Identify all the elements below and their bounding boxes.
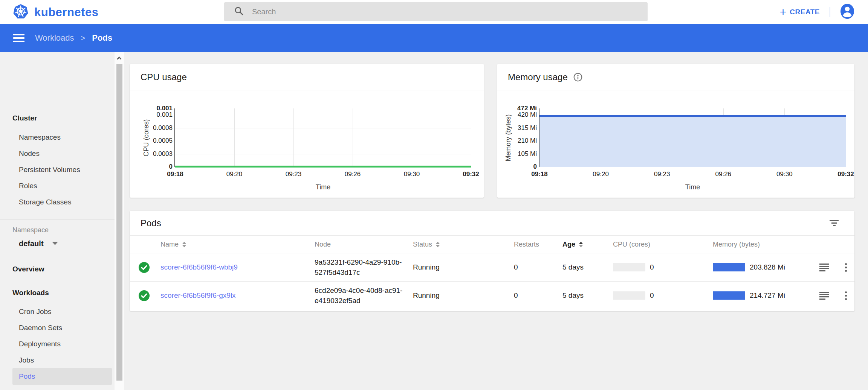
cpu-chart-title: CPU usage [141,72,187,82]
search-bar[interactable] [224,2,648,21]
restarts-cell: 0 [512,263,560,271]
node-cell: 6cd2e09a-4c0e-40d8-ac91-e419032ef5ad [315,285,407,306]
search-input[interactable] [252,8,591,16]
x-tick: 09:20 [593,171,609,178]
x-tick: 09:23 [654,171,670,178]
filter-icon[interactable] [830,220,839,226]
memory-x-axis-title: Time [685,183,700,191]
age-cell: 5 days [560,291,611,300]
kebab-menu-icon[interactable] [844,262,848,273]
plus-icon: + [780,6,787,18]
sidebar-item-replica-sets[interactable]: Replica Sets [19,388,59,390]
memory-usage-card: Memory usage 472 Mi 420 Mi 315 Mi 210 Mi… [497,64,854,198]
pods-card: Pods Name Node Status Restarts Age [130,211,854,311]
y-tick: 105 Mi [518,150,537,158]
column-header-cpu: CPU (cores) [611,241,711,248]
logs-icon[interactable] [819,264,829,271]
user-avatar-icon[interactable] [840,3,854,21]
gridline [353,108,353,167]
x-tick: 09:23 [286,171,302,178]
namespace-underline [18,252,61,252]
sidebar-item-nodes[interactable]: Nodes [19,149,40,158]
scrollbar-thumb[interactable] [116,64,122,381]
cpu-usage-card: CPU usage 0.001 0.001 0.0008 0.0005 0.00… [130,64,484,198]
column-header-age[interactable]: Age [560,241,611,248]
cpu-bar [613,263,645,271]
sidebar-item-jobs[interactable]: Jobs [19,356,34,364]
sidebar-item-pods[interactable]: Pods [19,372,35,381]
sidebar-item-storage-classes[interactable]: Storage Classes [19,198,71,206]
y-tick: 0.0003 [153,150,173,158]
y-tick: 315 Mi [518,124,537,132]
memory-chart-title: Memory usage [508,72,568,82]
status-ok-icon [130,290,158,302]
y-tick: 0.0008 [153,124,173,132]
sidebar-item-daemon-sets[interactable]: Daemon Sets [19,324,62,332]
x-tick: 09:18 [167,171,183,178]
pod-name-link[interactable]: scorer-6f6b56f9f6-wbbj9 [160,263,238,271]
breadcrumb-workloads[interactable]: Workloads [35,33,74,43]
age-cell: 5 days [560,263,611,271]
namespace-select[interactable]: default [19,239,44,248]
memory-bar [713,291,745,300]
memory-chart: 472 Mi 420 Mi 315 Mi 210 Mi 105 Mi 0 09:… [497,90,854,197]
hamburger-menu-icon[interactable] [13,32,24,44]
table-row: scorer-6f6b56f9f6-wbbj9 9a53231f-6290-4a… [130,253,854,281]
cpu-value: 0 [650,291,654,300]
x-tick: 09:32 [463,171,479,178]
create-button-label: CREATE [790,8,820,16]
y-tick: 0.0005 [153,137,173,145]
scrollbar-up-arrow-icon[interactable] [117,56,122,61]
y-tick: 420 Mi [518,111,537,119]
cpu-series-line [175,166,471,168]
sidebar-section-cluster-title[interactable]: Cluster [12,114,37,122]
sidebar: Cluster Namespaces Nodes Persistent Volu… [0,52,115,390]
column-header-memory: Memory (bytes) [711,241,817,248]
sidebar-scrollbar[interactable] [115,52,124,390]
sidebar-section-workloads-title[interactable]: Workloads [12,289,49,297]
chevron-down-icon[interactable] [52,242,58,245]
memory-value: 203.828 Mi [750,263,785,271]
memory-bar [713,263,745,271]
column-header-restarts: Restarts [512,241,560,248]
sidebar-item-namespaces[interactable]: Namespaces [19,133,61,142]
column-header-status[interactable]: Status [411,241,512,248]
kebab-menu-icon[interactable] [844,290,848,302]
brand-title: kubernetes [34,6,98,19]
y-tick: 210 Mi [518,137,537,145]
sidebar-item-deployments[interactable]: Deployments [19,340,61,348]
main-content: CPU usage 0.001 0.001 0.0008 0.0005 0.00… [124,52,868,390]
pod-name-link[interactable]: scorer-6f6b56f9f6-gx9lx [160,291,236,299]
sidebar-item-overview[interactable]: Overview [12,265,44,273]
sidebar-item-roles[interactable]: Roles [19,182,37,190]
header-divider [830,7,830,17]
memory-value: 214.727 Mi [750,291,785,300]
gridline [293,108,294,167]
breadcrumb-current: Pods [92,33,112,43]
pods-table-title: Pods [141,218,161,229]
y-tick: 0 [169,163,173,171]
x-tick: 09:26 [715,171,732,178]
y-tick: 0.001 [156,111,173,119]
cpu-x-axis-title: Time [316,183,330,191]
info-icon[interactable] [573,72,583,82]
create-button[interactable]: + CREATE [780,6,820,18]
x-tick: 09:32 [837,171,854,178]
sidebar-item-persistent-volumes[interactable]: Persistent Volumes [19,166,80,174]
x-tick: 09:30 [404,171,420,178]
kubernetes-logo-icon [12,4,29,21]
x-tick: 09:18 [531,171,547,178]
namespace-label: Namespace [12,226,49,234]
sort-icon [182,242,186,247]
memory-chart-plot: 472 Mi 420 Mi 315 Mi 210 Mi 105 Mi 0 09:… [539,108,846,167]
status-ok-icon [130,262,158,273]
status-cell: Running [411,263,512,271]
column-header-name[interactable]: Name [158,241,312,248]
logs-icon[interactable] [819,292,829,300]
x-tick: 09:30 [776,171,793,178]
sidebar-item-cron-jobs[interactable]: Cron Jobs [19,308,52,316]
brand[interactable]: kubernetes [12,4,98,21]
x-tick: 09:20 [226,171,243,178]
sort-icon-active [579,242,583,247]
memory-y-axis-title: Memory (bytes) [504,100,512,175]
